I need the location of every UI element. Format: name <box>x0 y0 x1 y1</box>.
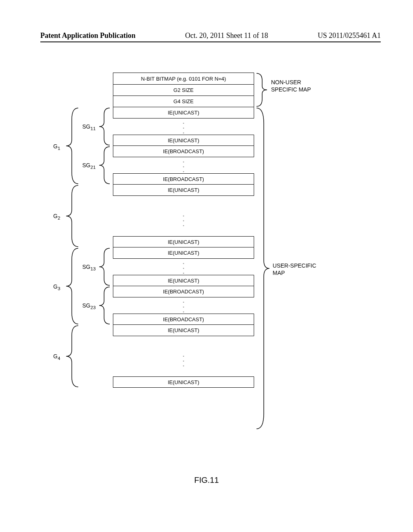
g1-sg21-broadcast-top: IE(BROADCAST) <box>113 146 254 157</box>
brace-g3-icon <box>60 247 81 325</box>
non-user-text: NON-USER SPECIFIC MAP <box>271 79 311 93</box>
figure-caption: FIG.11 <box>0 476 413 485</box>
header-mid: Oct. 20, 2011 Sheet 11 of 18 <box>185 31 268 40</box>
brace-g1-icon <box>60 107 81 185</box>
dots: ◦◦◦ <box>113 259 254 275</box>
label-user-specific: USER-SPECIFICMAP <box>273 262 316 276</box>
dots: ◦◦◦ <box>113 157 254 173</box>
dots: ◦◦◦ <box>113 196 254 236</box>
cell-bitmap: N-BIT BITMAP (e.g. 0101 FOR N=4) <box>113 73 254 85</box>
label-sg23: SG23 <box>82 302 96 310</box>
label-sg13: SG13 <box>82 264 96 271</box>
label-g4: G4 <box>53 353 60 361</box>
label-g3: G3 <box>53 283 60 291</box>
figure-diagram: N-BIT BITMAP (e.g. 0101 FOR N=4) G2 SIZE… <box>113 73 254 388</box>
g4-unicast-top: IE(UNICAST) <box>113 325 254 336</box>
page-header: Patent Application Publication Oct. 20, … <box>40 31 381 42</box>
user-text: USER-SPECIFICMAP <box>273 262 316 276</box>
brace-sg21-icon <box>95 146 111 185</box>
label-g2: G2 <box>53 213 60 220</box>
g1-sg21-broadcast-bot: IE(BROADCAST) <box>113 173 254 185</box>
brace-sg11-icon <box>95 107 111 146</box>
label-non-user-specific: NON-USER SPECIFIC MAP <box>271 79 311 93</box>
g3-sg13-unicast-top: IE(UNICAST) <box>113 247 254 259</box>
g3-sg13-unicast-bot: IE(UNICAST) <box>113 275 254 286</box>
header-right: US 2011/0255461 A1 <box>318 31 381 40</box>
g3-sg23-broadcast-top: IE(BROADCAST) <box>113 286 254 297</box>
g2-unicast-bot: IE(UNICAST) <box>113 236 254 247</box>
brace-sg13-icon <box>95 247 111 286</box>
label-sg21: SG21 <box>82 162 96 170</box>
g1-sg11-unicast-top: IE(UNICAST) <box>113 107 254 118</box>
cell-g4size: G4 SIZE <box>113 96 254 107</box>
g2-unicast-top: IE(UNICAST) <box>113 185 254 196</box>
brace-sg23-icon <box>95 286 111 325</box>
brace-g4-icon <box>60 325 81 388</box>
g1-sg11-unicast-bot: IE(UNICAST) <box>113 135 254 146</box>
label-sg11: SG11 <box>82 123 96 131</box>
dots: ◦◦◦ <box>113 297 254 314</box>
cell-g2size: G2 SIZE <box>113 85 254 96</box>
g3-sg23-broadcast-bot: IE(BROADCAST) <box>113 314 254 325</box>
brace-g2-icon <box>60 185 81 247</box>
dots: ◦◦◦ <box>113 336 254 376</box>
dots: ◦◦◦ <box>113 118 254 135</box>
header-left: Patent Application Publication <box>40 31 136 40</box>
label-g1: G1 <box>53 143 60 151</box>
g4-unicast-bot: IE(UNICAST) <box>113 376 254 388</box>
